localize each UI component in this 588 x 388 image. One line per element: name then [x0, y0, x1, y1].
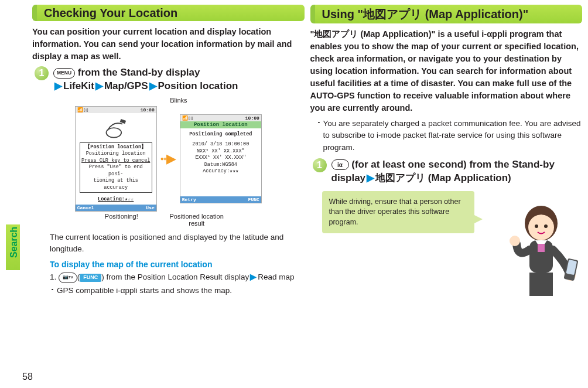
softkey-right: Use	[146, 205, 154, 210]
phone-status-bar: 📶▯▯ 10:00	[76, 107, 156, 113]
gps-bullet: GPS compatible i-αppli starts and shows …	[50, 285, 305, 297]
softkey-right: FUNC	[248, 197, 259, 202]
signal-icon: 📶▯▯	[182, 115, 194, 121]
page-content: Checking Your Location You can position …	[0, 0, 588, 388]
phone-screen-positioning: 📶▯▯ 10:00 【Position location】 Positionin…	[75, 106, 157, 212]
phone-clock: 10:00	[141, 107, 155, 113]
phone-line: Press CLR key to cancel	[81, 158, 151, 164]
phone-line: Accuracy:★★★	[182, 168, 259, 175]
phone-line: Positioning completed	[182, 131, 259, 138]
transition-arrow-icon: ●●▶	[160, 151, 176, 166]
phone-header: Position location	[180, 121, 261, 128]
svg-point-4	[535, 224, 538, 228]
func-button-icon: FUNC	[80, 274, 101, 282]
phone-softkeys: Cancel Use	[76, 205, 156, 211]
list-text: ) from the Position Location Result disp…	[101, 273, 249, 281]
phone-screen-result: 📶▯▯ 10:00 Position location Positioning …	[180, 114, 262, 203]
left-title: Checking Your Location	[32, 5, 305, 21]
left-intro: You can position your current location a…	[32, 26, 305, 63]
svg-point-3	[528, 215, 554, 240]
phone-locating-text: Locating:★☆☆	[77, 196, 155, 203]
nav-arrow-icon: ▶	[365, 172, 375, 183]
left-column: Checking Your Location You can position …	[32, 5, 305, 383]
signal-icon: 📶▯▯	[77, 107, 89, 113]
step-number: 1	[35, 66, 49, 80]
phone-line: EXXX° XX' XX.XXX"	[182, 155, 259, 161]
step-text: MENU from the Stand-by display ▶LifeKit▶…	[53, 66, 238, 93]
phone-body: 【Position location】 Positioning location…	[76, 113, 156, 205]
satellite-icon	[77, 114, 155, 141]
caption-result: Positioned location result	[162, 213, 232, 227]
nav-path-2: Map/GPS	[104, 80, 148, 91]
subheading-display-map: To display the map of the current locati…	[50, 260, 305, 269]
phone-softkeys: Retry FUNC	[180, 196, 261, 203]
step-text: iα (for at least one second) from the St…	[331, 158, 583, 185]
right-column: Using "地図アプリ (Map Application)" "地図アプリ (…	[310, 5, 583, 383]
phone-body: Positioning completed 2010/ 3/18 10:00:0…	[180, 128, 261, 196]
phone-captions: Positioning! Positioned location result	[32, 213, 305, 227]
phone-section-title: 【Position location】	[81, 144, 151, 151]
nav-arrow-icon: ▶	[249, 273, 258, 281]
display-map-steps: 1. 📷TV(FUNC) from the Position Location …	[50, 271, 305, 297]
phone-info-box: 【Position location】 Positioning location…	[80, 142, 152, 193]
right-title: Using "地図アプリ (Map Application)"	[310, 5, 583, 23]
menu-key-icon: MENU	[53, 68, 75, 79]
svg-rect-7	[538, 244, 545, 252]
phone-line: Datum:WGS84	[182, 162, 259, 168]
step-number: 1	[313, 158, 327, 172]
softkey-left: Cancel	[77, 205, 94, 210]
nav-arrow-icon: ▶	[53, 80, 63, 91]
phone-screenshots: 📶▯▯ 10:00 【Position location】 Positionin…	[32, 106, 305, 212]
right-notes: You are separately charged a packet comm…	[316, 118, 583, 154]
right-step-1: 1 iα (for at least one second) from the …	[313, 158, 583, 185]
left-step-1: 1 MENU from the Stand-by display ▶LifeKi…	[35, 66, 305, 93]
softkey-left: Retry	[182, 197, 196, 202]
i-alpha-key-icon: iα	[331, 159, 349, 170]
driving-warning-callout: While driving, ensure that a person othe…	[322, 191, 474, 234]
nav-path-3: Position location	[158, 80, 238, 91]
step-after-key: from the Stand-by display	[75, 67, 200, 78]
camera-key-icon: 📷TV	[59, 273, 77, 283]
phone-clock: 10:00	[245, 115, 259, 121]
read-map-text: Read map	[258, 273, 294, 281]
phone-line: Press "Use" to end posi-	[81, 164, 151, 178]
nav-arrow-icon: ▶	[94, 80, 104, 91]
right-intro: "地図アプリ (Map Application)" is a useful i-…	[310, 28, 583, 114]
svg-point-8	[510, 236, 520, 246]
list-number: 1.	[50, 273, 59, 281]
phone-status-bar: 📶▯▯ 10:00	[180, 115, 261, 121]
side-tab-label: Search	[9, 227, 19, 258]
caption-positioning: Positioning!	[105, 213, 138, 227]
assistant-character-icon	[500, 203, 582, 302]
phone-line: Positioning location	[81, 151, 151, 157]
callout-container: While driving, ensure that a person othe…	[310, 191, 583, 302]
map-app-path: 地図アプリ (Map Application)	[375, 172, 511, 183]
nav-arrow-icon: ▶	[148, 80, 158, 91]
phone-line: tioning at this accuracy	[81, 178, 151, 191]
result-description: The current location is positioned and d…	[50, 232, 305, 256]
page-number: 58	[22, 372, 33, 382]
svg-rect-12	[529, 273, 553, 296]
svg-point-5	[544, 224, 548, 228]
blinks-label: Blinks	[32, 97, 187, 104]
packet-fee-note: You are separately charged a packet comm…	[316, 118, 583, 154]
phone-line: 2010/ 3/18 10:00:00	[182, 141, 259, 148]
nav-path-1: LifeKit	[63, 80, 94, 91]
phone-line: NXX° XX' XX.XXX"	[182, 148, 259, 155]
